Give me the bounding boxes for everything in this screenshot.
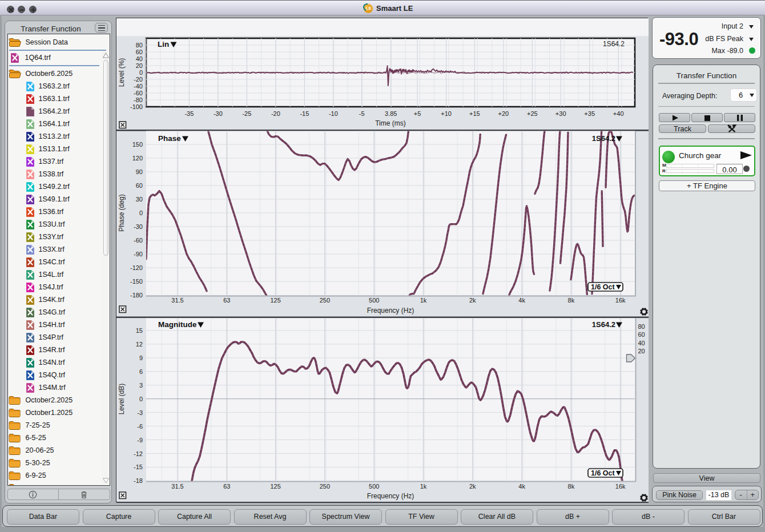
svg-text:+10: +10 — [441, 110, 452, 117]
svg-text:63: 63 — [223, 483, 230, 490]
svg-text:-12: -12 — [134, 450, 143, 457]
svg-text:12: 12 — [136, 341, 143, 348]
svg-text:60: 60 — [136, 182, 143, 189]
svg-text:31.5: 31.5 — [171, 297, 183, 304]
svg-text:1S64.2: 1S64.2 — [592, 134, 615, 143]
svg-text:-60: -60 — [134, 237, 143, 244]
svg-text:1/6 Oct: 1/6 Oct — [591, 469, 615, 477]
svg-text:150: 150 — [132, 141, 143, 148]
svg-text:2k: 2k — [469, 483, 476, 490]
svg-text:Time (ms): Time (ms) — [375, 119, 406, 127]
svg-text:-15: -15 — [134, 464, 143, 470]
svg-text:63: 63 — [223, 297, 230, 304]
svg-text:-10: -10 — [329, 110, 338, 117]
svg-text:-30: -30 — [214, 110, 223, 117]
svg-text:-35: -35 — [184, 110, 194, 117]
svg-text:-150: -150 — [130, 278, 143, 285]
svg-text:-30: -30 — [134, 223, 143, 230]
svg-text:1k: 1k — [420, 483, 427, 490]
svg-text:500: 500 — [369, 297, 379, 304]
svg-text:-5: -5 — [359, 110, 365, 117]
svg-text:4k: 4k — [518, 297, 525, 304]
svg-text:60: 60 — [136, 49, 143, 55]
svg-text:8k: 8k — [568, 483, 575, 490]
svg-text:1S64.2: 1S64.2 — [592, 320, 615, 329]
svg-text:40: 40 — [136, 55, 143, 62]
svg-text:-25: -25 — [242, 110, 251, 117]
svg-text:2k: 2k — [469, 297, 476, 304]
svg-text:Level (%): Level (%) — [118, 58, 126, 87]
svg-text:-9: -9 — [137, 437, 143, 444]
svg-text:+5: +5 — [414, 110, 421, 117]
svg-text:-40: -40 — [134, 83, 143, 90]
svg-text:+20: +20 — [498, 110, 509, 117]
svg-text:30: 30 — [136, 196, 143, 203]
svg-text:16k: 16k — [615, 483, 626, 490]
svg-text:-20: -20 — [271, 110, 280, 117]
svg-text:4k: 4k — [518, 483, 525, 490]
svg-text:Phase (deg): Phase (deg) — [118, 194, 126, 231]
svg-text:125: 125 — [270, 297, 280, 304]
svg-text:1k: 1k — [420, 297, 427, 304]
svg-text:+25: +25 — [527, 110, 538, 117]
svg-text:125: 125 — [270, 483, 280, 490]
svg-text:3.85: 3.85 — [385, 110, 397, 117]
svg-text:+30: +30 — [555, 110, 566, 117]
svg-text:-90: -90 — [134, 251, 143, 257]
svg-text:-6: -6 — [137, 423, 143, 430]
svg-text:+35: +35 — [584, 110, 595, 117]
svg-text:6: 6 — [139, 368, 143, 375]
svg-text:Phase: Phase — [158, 134, 181, 143]
svg-text:+40: +40 — [613, 110, 624, 117]
svg-text:+15: +15 — [469, 110, 480, 117]
svg-text:Lin: Lin — [158, 40, 169, 49]
svg-text:-3: -3 — [137, 409, 143, 416]
svg-text:-20: -20 — [134, 76, 143, 83]
svg-text:90: 90 — [136, 168, 143, 175]
svg-text:-15: -15 — [300, 110, 309, 117]
svg-text:8k: 8k — [568, 297, 575, 304]
svg-text:Level (dB): Level (dB) — [118, 384, 126, 415]
svg-text:20: 20 — [638, 348, 645, 354]
svg-text:250: 250 — [320, 297, 330, 304]
svg-text:31.5: 31.5 — [171, 483, 183, 490]
svg-text:0: 0 — [139, 396, 143, 402]
svg-text:60: 60 — [638, 331, 645, 338]
svg-text:1S64.2: 1S64.2 — [603, 40, 625, 48]
svg-text:40: 40 — [638, 340, 645, 346]
svg-text:Magnitude: Magnitude — [158, 320, 197, 329]
svg-text:0: 0 — [139, 209, 143, 216]
svg-text:-18: -18 — [134, 477, 143, 484]
svg-text:80: 80 — [638, 323, 645, 330]
svg-text:Frequency (Hz): Frequency (Hz) — [367, 492, 414, 500]
svg-text:-80: -80 — [134, 96, 143, 103]
svg-text:15: 15 — [136, 327, 143, 334]
svg-text:-60: -60 — [134, 90, 143, 96]
svg-text:120: 120 — [132, 155, 143, 162]
svg-text:1/6 Oct: 1/6 Oct — [591, 283, 615, 291]
svg-text:16k: 16k — [615, 297, 626, 304]
svg-text:80: 80 — [136, 42, 143, 49]
svg-text:0: 0 — [139, 69, 143, 76]
svg-text:250: 250 — [320, 483, 330, 490]
svg-text:500: 500 — [369, 483, 379, 490]
svg-text:Frequency (Hz): Frequency (Hz) — [367, 307, 414, 315]
svg-text:-120: -120 — [130, 264, 143, 271]
svg-text:3: 3 — [139, 382, 143, 389]
svg-text:9: 9 — [139, 354, 143, 361]
svg-text:-180: -180 — [130, 292, 143, 299]
svg-text:20: 20 — [136, 62, 143, 69]
svg-text:-100: -100 — [130, 103, 143, 110]
